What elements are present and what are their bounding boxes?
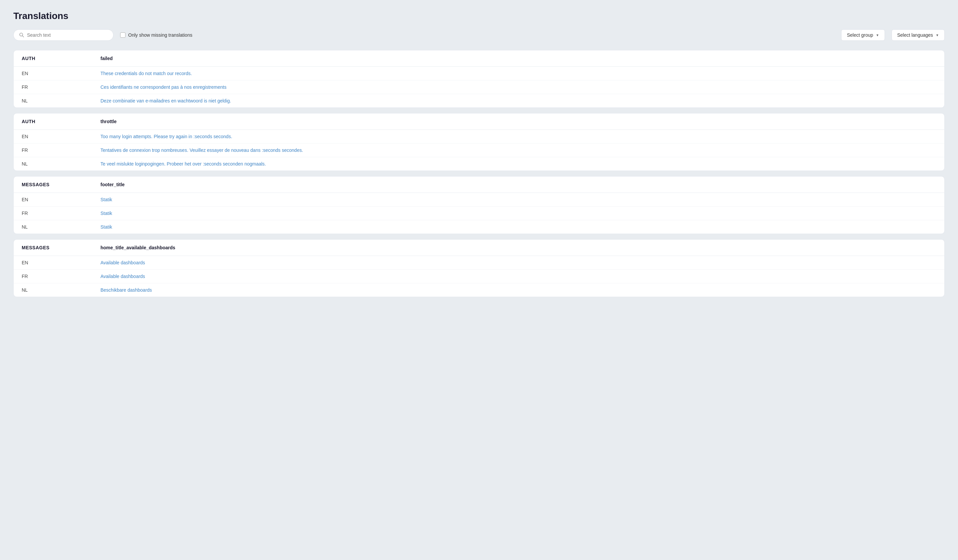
translation-text[interactable]: Tentatives de connexion trop nombreuses.… bbox=[100, 148, 936, 153]
translation-text[interactable]: Statik bbox=[100, 224, 936, 230]
card-group-name: MESSAGES bbox=[22, 245, 95, 250]
language-code: EN bbox=[22, 197, 95, 202]
card-group-name: AUTH bbox=[22, 119, 95, 124]
table-row: NLStatik bbox=[14, 220, 944, 233]
search-wrapper bbox=[13, 29, 114, 41]
translation-text[interactable]: These credentials do not match our recor… bbox=[100, 71, 936, 76]
translation-card: MESSAGEShome_title_available_dashboardsE… bbox=[13, 239, 945, 297]
table-row: FRStatik bbox=[14, 206, 944, 220]
card-group-name: AUTH bbox=[22, 56, 95, 61]
translation-text[interactable]: Te veel mislukte loginpogingen. Probeer … bbox=[100, 161, 936, 167]
table-row: NLDeze combinatie van e-mailadres en wac… bbox=[14, 94, 944, 108]
chevron-down-icon: ▼ bbox=[936, 33, 939, 37]
language-code: EN bbox=[22, 134, 95, 139]
language-code: NL bbox=[22, 98, 95, 103]
card-header: AUTHfailed bbox=[14, 51, 944, 67]
language-code: FR bbox=[22, 211, 95, 216]
translation-text[interactable]: Available dashboards bbox=[100, 260, 936, 265]
toolbar: Only show missing translations Select gr… bbox=[13, 29, 945, 41]
card-header: MESSAGESfooter_title bbox=[14, 176, 944, 193]
translation-text[interactable]: Deze combinatie van e-mailadres en wacht… bbox=[100, 98, 936, 103]
card-key-name: throttle bbox=[100, 119, 936, 124]
table-row: NLTe veel mislukte loginpogingen. Probee… bbox=[14, 157, 944, 171]
chevron-down-icon: ▼ bbox=[876, 33, 879, 37]
page-title: Translations bbox=[13, 11, 945, 21]
cards-container: AUTHfailedENThese credentials do not mat… bbox=[13, 50, 945, 297]
table-row: FRAvailable dashboards bbox=[14, 270, 944, 283]
select-languages-dropdown[interactable]: Select languages ▼ bbox=[891, 29, 945, 41]
card-key-name: footer_title bbox=[100, 182, 936, 187]
translation-text[interactable]: Ces identifiants ne correspondent pas à … bbox=[100, 84, 936, 90]
card-header: MESSAGEShome_title_available_dashboards bbox=[14, 240, 944, 256]
svg-line-1 bbox=[22, 36, 24, 37]
language-code: NL bbox=[22, 161, 95, 167]
language-code: EN bbox=[22, 71, 95, 76]
table-row: ENStatik bbox=[14, 193, 944, 206]
table-row: ENAvailable dashboards bbox=[14, 256, 944, 270]
language-code: NL bbox=[22, 287, 95, 293]
table-row: FRCes identifiants ne correspondent pas … bbox=[14, 81, 944, 94]
card-group-name: MESSAGES bbox=[22, 182, 95, 187]
language-code: EN bbox=[22, 260, 95, 265]
checkbox-label-text: Only show missing translations bbox=[128, 32, 192, 38]
search-input[interactable] bbox=[27, 32, 108, 38]
translation-text[interactable]: Statik bbox=[100, 211, 936, 216]
select-group-dropdown[interactable]: Select group ▼ bbox=[841, 29, 885, 41]
translation-text[interactable]: Statik bbox=[100, 197, 936, 202]
language-code: FR bbox=[22, 148, 95, 153]
translation-card: AUTHthrottleENToo many login attempts. P… bbox=[13, 113, 945, 171]
card-key-name: failed bbox=[100, 56, 936, 61]
missing-translations-checkbox[interactable] bbox=[120, 32, 125, 38]
table-row: ENThese credentials do not match our rec… bbox=[14, 67, 944, 81]
translation-text[interactable]: Beschikbare dashboards bbox=[100, 287, 936, 293]
translation-card: AUTHfailedENThese credentials do not mat… bbox=[13, 50, 945, 108]
language-code: FR bbox=[22, 84, 95, 90]
card-header: AUTHthrottle bbox=[14, 113, 944, 130]
missing-translations-checkbox-label[interactable]: Only show missing translations bbox=[120, 32, 192, 38]
table-row: FRTentatives de connexion trop nombreuse… bbox=[14, 143, 944, 157]
translation-card: MESSAGESfooter_titleENStatikFRStatikNLSt… bbox=[13, 176, 945, 234]
select-group-label: Select group bbox=[847, 32, 873, 38]
translation-text[interactable]: Available dashboards bbox=[100, 274, 936, 279]
table-row: ENToo many login attempts. Please try ag… bbox=[14, 130, 944, 143]
table-row: NLBeschikbare dashboards bbox=[14, 283, 944, 297]
search-icon bbox=[19, 32, 24, 38]
card-key-name: home_title_available_dashboards bbox=[100, 245, 936, 250]
language-code: NL bbox=[22, 224, 95, 230]
language-code: FR bbox=[22, 274, 95, 279]
select-languages-label: Select languages bbox=[897, 32, 933, 38]
translation-text[interactable]: Too many login attempts. Please try agai… bbox=[100, 134, 936, 139]
